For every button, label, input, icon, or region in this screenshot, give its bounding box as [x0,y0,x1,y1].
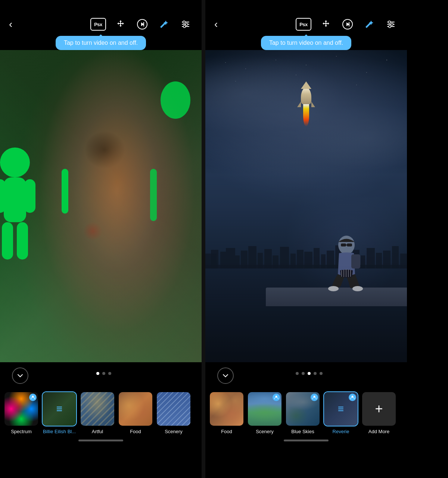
right-person-icon [274,395,279,400]
reverie-thumb: ≡ [323,391,358,426]
filter-scenery-left[interactable]: Scenery [156,391,191,434]
svg-point-18 [388,21,391,23]
right-dot-1 [296,372,299,375]
filter-billie[interactable]: ≡ Billie Eilish Bl... [42,391,77,434]
svg-point-4 [183,21,185,23]
left-tooltip: Tap to turn video on and off. [56,36,146,50]
filter-food-right[interactable]: Food [209,391,244,434]
home-indicator-left [78,440,123,441]
left-panel: ‹ Psx [0,0,202,478]
right-move-button[interactable] [319,17,333,31]
svg-point-6 [183,25,186,28]
filter-artful[interactable]: Artful [80,391,115,434]
scenery-thumb-right [247,391,282,426]
reverie-person-icon [350,395,355,400]
left-image-area[interactable] [0,50,202,362]
right-panel: ‹ Psx [205,0,407,478]
magic-button[interactable] [157,17,171,31]
spectrum-thumb [4,391,39,426]
right-back-button[interactable]: ‹ [214,19,218,30]
dot-1 [96,372,99,375]
right-psx-label: Psx [299,22,308,27]
svg-rect-8 [4,177,26,222]
left-bottom-controls: Spectrum ≡ Billie Eilish Bl... Artf [0,362,202,478]
svg-rect-9 [0,179,6,213]
green-bar-left [62,169,68,214]
right-magic-wand-icon [364,19,374,29]
psx-label: Psx [94,22,102,27]
page-dots [96,372,111,375]
rocket-fin-right [311,102,315,107]
adjust-icon [181,19,190,29]
right-dot-4 [314,372,317,375]
blue-skies-person-icon [312,395,317,400]
billie-image: ≡ [43,392,76,426]
move-tool-button[interactable] [113,17,128,31]
chevron-down-icon [17,372,24,379]
artful-label: Artful [92,429,103,434]
home-indicator-right [284,440,329,441]
right-adjust-icon [386,19,396,29]
filter-reverie[interactable]: ≡ Reverie [323,391,358,434]
svg-point-20 [389,25,391,28]
add-more-image: + [362,392,396,426]
spectrum-label: Spectrum [11,429,32,434]
svg-point-7 [0,148,30,177]
food-image [119,392,152,426]
right-page-dots [296,372,323,375]
right-bottom-controls: Food Scenery [205,362,407,478]
right-dot-3 [308,372,311,375]
reverie-label: Reverie [333,429,349,434]
rocket-fin-left [297,102,301,107]
right-tooltip: Tap to turn video on and off. [261,36,351,50]
back-button[interactable]: ‹ [9,19,12,30]
left-filter-strip: Spectrum ≡ Billie Eilish Bl... Artf [0,391,202,434]
scenery-label-left: Scenery [165,429,183,434]
left-main-image [0,50,202,362]
right-collapse-button[interactable] [217,367,234,384]
right-psx-button[interactable]: Psx [296,18,311,31]
filter-scenery-right[interactable]: Scenery [247,391,282,434]
food-thumb-right [209,391,244,426]
right-dot-5 [320,372,323,375]
collapse-button[interactable] [12,367,28,384]
food-image-right [210,392,243,426]
scenery-image-left [157,392,190,426]
right-adjust-button[interactable] [384,17,398,31]
svg-rect-10 [24,179,35,213]
blue-skies-badge [311,394,318,401]
billie-thumb: ≡ [42,391,77,426]
food-label-left: Food [130,429,141,434]
right-main-image [205,50,407,362]
move-icon [116,19,125,29]
right-play-icon [342,19,353,30]
filter-food-left[interactable]: Food [118,391,153,434]
dot-2 [102,372,105,375]
svg-rect-12 [17,222,28,260]
reverie-badge [349,394,356,401]
rocket-flame [303,104,309,127]
food-label-right: Food [221,429,232,434]
svg-point-19 [391,23,393,25]
magic-wand-icon [159,19,169,29]
right-dot-2 [302,372,305,375]
blue-skies-thumb [285,391,320,426]
play-button[interactable] [135,17,149,31]
filter-spectrum[interactable]: Spectrum [4,391,39,434]
rocket-body [301,87,311,104]
right-magic-button[interactable] [362,17,376,31]
filter-add-more[interactable]: + Add More [361,391,396,434]
adjust-button[interactable] [178,17,193,31]
spectrum-badge [29,394,37,401]
filter-blue-skies[interactable]: Blue Skies [285,391,320,434]
right-play-button[interactable] [340,17,355,31]
scenery-thumb-left [156,391,191,426]
add-more-label: Add More [368,429,389,434]
left-tooltip-container: Tap to turn video on and off. [0,36,202,50]
right-move-icon [321,19,331,29]
right-image-area[interactable] [205,50,407,362]
scenery-right-badge [273,394,280,401]
artful-image [81,392,114,426]
svg-point-5 [186,23,188,25]
psx-button[interactable]: Psx [90,18,106,31]
